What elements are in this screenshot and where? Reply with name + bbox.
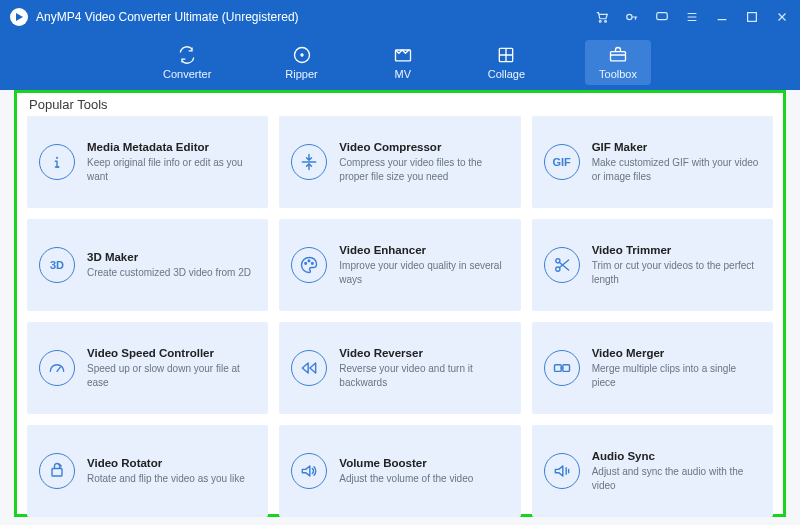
gauge-icon (39, 350, 75, 386)
svg-point-6 (300, 53, 303, 56)
tool-video-speed-controller[interactable]: Video Speed Controller Speed up or slow … (27, 322, 268, 414)
nav-ripper[interactable]: Ripper (271, 40, 331, 85)
nav-collage[interactable]: Collage (474, 40, 539, 85)
tool-video-reverser[interactable]: Video Reverser Reverse your video and tu… (279, 322, 520, 414)
tool-volume-booster[interactable]: Volume Booster Adjust the volume of the … (279, 425, 520, 517)
app-title: AnyMP4 Video Converter Ultimate (Unregis… (36, 10, 299, 24)
converter-icon (176, 45, 198, 65)
minimize-button[interactable] (714, 9, 730, 25)
tool-title: Media Metadata Editor (87, 141, 256, 153)
titlebar: AnyMP4 Video Converter Ultimate (Unregis… (0, 0, 800, 34)
svg-point-12 (308, 260, 310, 262)
main-nav: Converter Ripper MV Collage Toolbox (0, 34, 800, 90)
ripper-icon (291, 45, 313, 65)
tool-media-metadata-editor[interactable]: Media Metadata Editor Keep original file… (27, 116, 268, 208)
tool-video-compressor[interactable]: Video Compressor Compress your video fil… (279, 116, 520, 208)
svg-rect-18 (52, 469, 62, 477)
tool-title: Video Compressor (339, 141, 508, 153)
tool-desc: Rotate and flip the video as you like (87, 472, 245, 486)
tool-3d-maker[interactable]: 3D 3D Maker Create customized 3D video f… (27, 219, 268, 311)
tool-desc: Merge multiple clips into a single piece (592, 362, 761, 389)
tool-title: Video Reverser (339, 347, 508, 359)
app-logo (10, 8, 28, 26)
tool-audio-sync[interactable]: Audio Sync Adjust and sync the audio wit… (532, 425, 773, 517)
cart-icon[interactable] (594, 9, 610, 25)
chat-icon[interactable] (654, 9, 670, 25)
tool-title: Volume Booster (339, 457, 473, 469)
popular-tools-panel: Popular Tools Media Metadata Editor Keep… (14, 90, 786, 517)
tool-desc: Trim or cut your videos to the perfect l… (592, 259, 761, 286)
tool-desc: Keep original file info or edit as you w… (87, 156, 256, 183)
close-button[interactable] (774, 9, 790, 25)
maximize-button[interactable] (744, 9, 760, 25)
tool-video-enhancer[interactable]: Video Enhancer Improve your video qualit… (279, 219, 520, 311)
toolbox-icon (607, 45, 629, 65)
nav-toolbox[interactable]: Toolbox (585, 40, 651, 85)
svg-rect-3 (657, 13, 668, 20)
tool-desc: Speed up or slow down your file at ease (87, 362, 256, 389)
tool-desc: Create customized 3D video from 2D (87, 266, 251, 280)
gif-icon: GIF (544, 144, 580, 180)
nav-label: Collage (488, 68, 525, 80)
tool-video-rotator[interactable]: Video Rotator Rotate and flip the video … (27, 425, 268, 517)
nav-label: Ripper (285, 68, 317, 80)
tool-title: Video Merger (592, 347, 761, 359)
nav-label: MV (394, 68, 411, 80)
tool-title: Video Speed Controller (87, 347, 256, 359)
svg-rect-4 (748, 13, 757, 22)
tool-desc: Make customized GIF with your video or i… (592, 156, 761, 183)
merge-icon (544, 350, 580, 386)
volume-icon (291, 453, 327, 489)
tool-desc: Adjust and sync the audio with the video (592, 465, 761, 492)
tool-desc: Compress your video files to the proper … (339, 156, 508, 183)
tool-desc: Adjust the volume of the video (339, 472, 473, 486)
menu-icon[interactable] (684, 9, 700, 25)
nav-label: Toolbox (599, 68, 637, 80)
svg-point-0 (599, 21, 601, 23)
svg-rect-17 (562, 365, 569, 372)
compress-icon (291, 144, 327, 180)
nav-mv[interactable]: MV (378, 40, 428, 85)
tool-video-merger[interactable]: Video Merger Merge multiple clips into a… (532, 322, 773, 414)
info-icon (39, 144, 75, 180)
svg-rect-9 (611, 51, 626, 60)
svg-point-10 (57, 157, 58, 158)
svg-point-1 (605, 21, 607, 23)
nav-converter[interactable]: Converter (149, 40, 225, 85)
nav-label: Converter (163, 68, 211, 80)
tool-title: 3D Maker (87, 251, 251, 263)
tool-title: Video Trimmer (592, 244, 761, 256)
three-d-icon: 3D (39, 247, 75, 283)
collage-icon (495, 45, 517, 65)
scissors-icon (544, 247, 580, 283)
palette-icon (291, 247, 327, 283)
tool-title: Video Enhancer (339, 244, 508, 256)
svg-point-11 (305, 263, 307, 265)
audio-sync-icon (544, 453, 580, 489)
tool-title: Audio Sync (592, 450, 761, 462)
tool-video-trimmer[interactable]: Video Trimmer Trim or cut your videos to… (532, 219, 773, 311)
svg-point-2 (627, 14, 632, 19)
tool-desc: Reverse your video and turn it backwards (339, 362, 508, 389)
tool-desc: Improve your video quality in several wa… (339, 259, 508, 286)
tool-title: Video Rotator (87, 457, 245, 469)
rotate-icon (39, 453, 75, 489)
mv-icon (392, 45, 414, 65)
tool-gif-maker[interactable]: GIF GIF Maker Make customized GIF with y… (532, 116, 773, 208)
rewind-icon (291, 350, 327, 386)
svg-rect-16 (554, 365, 561, 372)
tool-title: GIF Maker (592, 141, 761, 153)
svg-point-13 (312, 263, 314, 265)
section-title: Popular Tools (27, 97, 773, 116)
key-icon[interactable] (624, 9, 640, 25)
